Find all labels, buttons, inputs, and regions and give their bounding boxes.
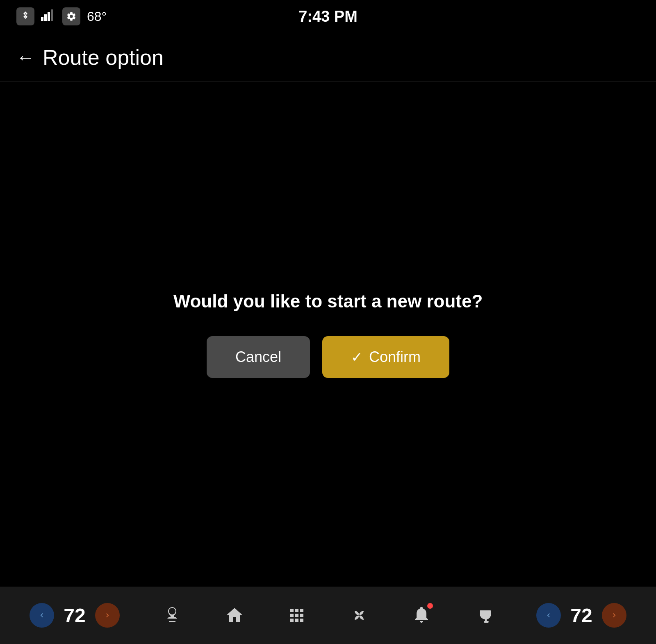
home-button[interactable] [225, 605, 244, 625]
left-temp-control: 72 [30, 603, 120, 628]
notification-button[interactable] [412, 605, 431, 626]
svg-rect-2 [48, 12, 50, 21]
status-temperature: 68° [87, 9, 107, 24]
status-bar: 68° 7:43 PM [0, 0, 656, 33]
page-title: Route option [43, 45, 164, 70]
notification-bell [412, 605, 431, 626]
right-temp-increase-button[interactable] [602, 603, 626, 628]
signal-icon [41, 9, 56, 24]
settings-icon[interactable] [62, 7, 80, 25]
right-temperature-display: 72 [565, 604, 598, 627]
svg-rect-1 [44, 14, 47, 21]
status-left: 68° [16, 7, 107, 25]
confirm-label: Confirm [369, 348, 421, 366]
svg-rect-0 [41, 17, 43, 21]
dialog-buttons: Cancel ✓ Confirm [207, 336, 449, 378]
page-header: ← Route option [0, 33, 656, 82]
fan-button[interactable] [349, 605, 369, 625]
notification-dot [427, 603, 433, 609]
status-time: 7:43 PM [298, 8, 358, 25]
back-arrow-icon: ← [16, 47, 34, 68]
confirm-button[interactable]: ✓ Confirm [322, 336, 449, 378]
main-content: Would you like to start a new route? Can… [0, 82, 656, 587]
left-temp-decrease-button[interactable] [30, 603, 54, 628]
back-button[interactable]: ← Route option [16, 45, 164, 70]
right-temp-decrease-button[interactable] [536, 603, 561, 628]
left-temperature-display: 72 [58, 604, 91, 627]
rear-heat-button[interactable] [474, 605, 494, 625]
dialog-question: Would you like to start a new route? [173, 291, 483, 312]
bluetooth-icon [16, 7, 34, 25]
svg-rect-3 [51, 9, 53, 21]
vent-button[interactable] [162, 605, 182, 625]
cancel-button[interactable]: Cancel [207, 336, 310, 378]
right-temp-control: 72 [536, 603, 626, 628]
left-temp-increase-button[interactable] [95, 603, 120, 628]
checkmark-icon: ✓ [351, 349, 362, 365]
bottom-bar: 72 [0, 587, 656, 644]
apps-button[interactable] [287, 605, 307, 625]
